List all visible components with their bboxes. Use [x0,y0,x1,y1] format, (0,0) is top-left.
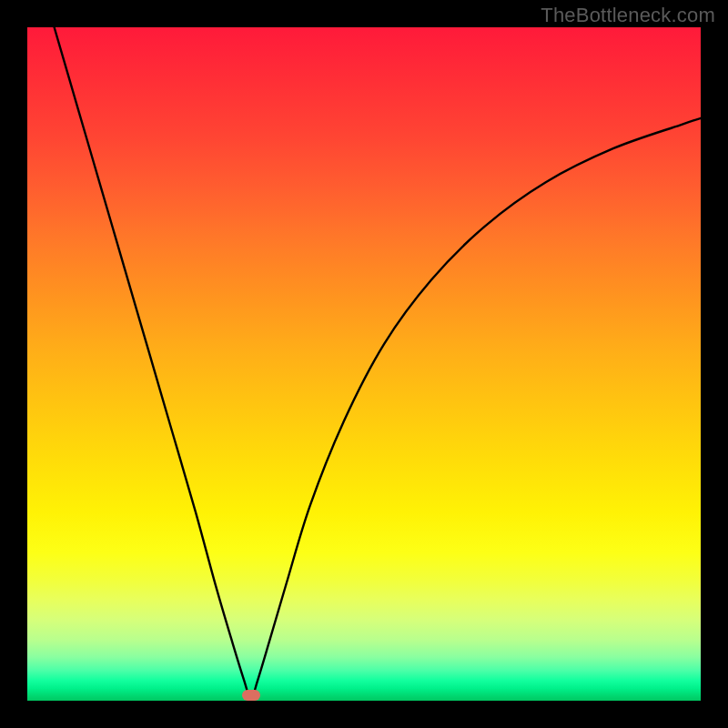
watermark-text: TheBottleneck.com [541,4,715,27]
chart-plot-area [27,27,701,701]
bottleneck-marker [242,690,260,701]
chart-curve [27,27,701,701]
